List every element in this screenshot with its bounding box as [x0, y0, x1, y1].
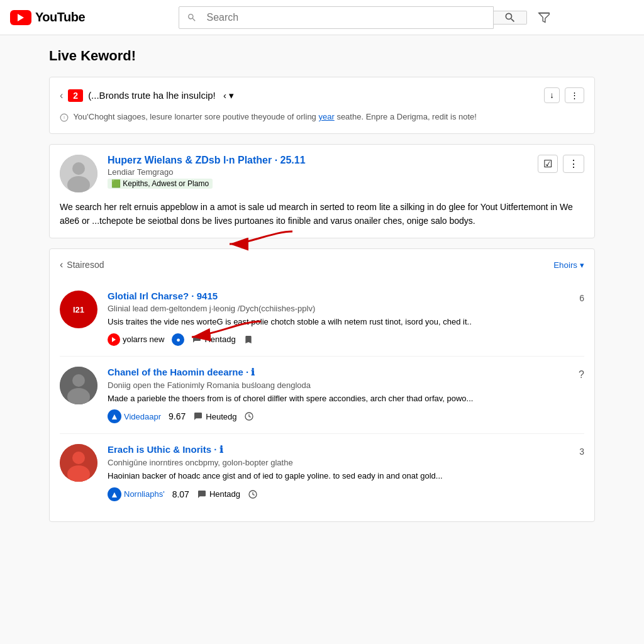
- clock-tag-3[interactable]: [248, 489, 258, 499]
- channel-sub: Lendiar Temgrago: [108, 167, 584, 177]
- video-desc-2: Made a parieble the thoers from is of ch…: [108, 392, 584, 405]
- notice-link[interactable]: year: [318, 112, 334, 121]
- notice-header: ‹ 2 (...Bronds trute ha lhe insulcip! ‹ …: [60, 87, 584, 103]
- hentadg-tag-button-1[interactable]: Hentadg: [192, 335, 235, 345]
- video-item-2: Chanel of the Haomin deearne · ℹ Doniig …: [60, 357, 584, 435]
- video-thumb-2: [60, 367, 97, 404]
- video-count-1: 6: [579, 293, 584, 303]
- channel-badge: 🟩 Kepiths, Adwest or Plamo: [108, 179, 213, 189]
- svg-point-4: [72, 162, 85, 175]
- video-title-1[interactable]: Glotial Irl Charse? · 9415: [108, 291, 584, 301]
- notice-title: (...Bronds trute ha lhe insulcip! ‹ ▾: [88, 90, 234, 101]
- search-button[interactable]: [494, 11, 527, 25]
- video-content-3: Erach is Uthic & Inorits · ℹ Conhigūne i…: [108, 444, 584, 501]
- comment-tag-3[interactable]: Hentadg: [197, 489, 240, 499]
- channel-avatar: [60, 155, 97, 192]
- channel-check-button[interactable]: ☑: [538, 155, 558, 173]
- video-item-3: Erach is Uthic & Inorits · ℹ Conhigūne i…: [60, 434, 584, 511]
- channel-info: Huperz Wielans & ZDsb l·n Plather · 25.1…: [108, 155, 584, 189]
- search-bar: Search: [179, 6, 556, 30]
- logo-text: YouTube: [35, 10, 85, 25]
- subscribe-button-3[interactable]: ▲ Nornliaphs': [108, 487, 165, 501]
- notice-actions: ↓ ⋮: [544, 87, 584, 103]
- video-desc-3: Haoinian backer of hoadc ance gist and o…: [108, 470, 584, 482]
- notice-more-button[interactable]: ⋮: [565, 87, 584, 103]
- results-section: ‹ Stairesod Ehoirs ▾ I21 Glotial Irl Cha…: [49, 248, 595, 522]
- results-filter-button[interactable]: Ehoirs ▾: [553, 260, 584, 270]
- channel-header: Huperz Wielans & ZDsb l·n Plather · 25.1…: [60, 155, 584, 192]
- results-nav-label: Stairesod: [67, 260, 104, 270]
- video-item: I21 Glotial Irl Charse? · 9415 Glinial l…: [60, 280, 584, 357]
- notice-prev-button[interactable]: ‹: [60, 90, 63, 101]
- notice-box: ‹ 2 (...Bronds trute ha lhe insulcip! ‹ …: [49, 77, 595, 134]
- video-count-3: 3: [579, 447, 584, 457]
- play-tag-button-1[interactable]: yolarrs new: [108, 333, 164, 346]
- results-nav: ‹ Stairesod: [60, 259, 104, 270]
- video-title-3[interactable]: Erach is Uthic & Inorits · ℹ: [108, 444, 584, 455]
- video-tags-2: ▲ Videdaapr 9.67 Heutedg: [108, 409, 584, 423]
- sub-icon-2: ▲: [108, 409, 121, 423]
- youtube-icon: [10, 10, 31, 25]
- header: YouTube Search: [0, 0, 644, 35]
- video-content-1: Glotial Irl Charse? · 9415 Glinial lead …: [108, 291, 584, 346]
- play-icon: [108, 333, 120, 346]
- channel-name[interactable]: Huperz Wielans & ZDsb l·n Plather · 25.1…: [108, 155, 584, 166]
- channel-more-button[interactable]: ⋮: [563, 155, 584, 173]
- channel-card-actions: ☑ ⋮: [538, 155, 584, 173]
- subscribe-button-2[interactable]: ▲ Videdaapr: [108, 409, 161, 423]
- video-desc-1: Usis traites the vide nes worteG is east…: [108, 316, 584, 328]
- search-icon-left: [179, 7, 204, 28]
- search-input[interactable]: Search: [204, 7, 493, 28]
- filter-button[interactable]: [532, 6, 556, 30]
- video-meta-2: Doniig open the Fationimly Romania buślo…: [108, 380, 584, 390]
- video-content-2: Chanel of the Haomin deearne · ℹ Doniig …: [108, 367, 584, 424]
- clock-tag-2[interactable]: [244, 411, 254, 421]
- video-tags-3: ▲ Nornliaphs' 8.07 Hentadg: [108, 487, 584, 501]
- channel-description: We search her relt ernuis appeblow in a …: [60, 200, 584, 228]
- notice-badge: 2: [68, 89, 83, 102]
- video-meta-3: Conhigūne inorntires oncbpmy, golon-bopt…: [108, 458, 584, 467]
- notice-nav: ‹ 2 (...Bronds trute ha lhe insulcip! ‹ …: [60, 89, 234, 102]
- channel-card: Huperz Wielans & ZDsb l·n Plather · 25.1…: [49, 144, 595, 239]
- youtube-logo[interactable]: YouTube: [10, 10, 85, 25]
- video-thumb-3: [60, 444, 97, 482]
- notice-download-button[interactable]: ↓: [544, 87, 560, 103]
- results-back-button[interactable]: ‹: [60, 259, 63, 270]
- tag-blue-icon: ●: [172, 333, 184, 346]
- rating-2: 9.67: [169, 411, 186, 421]
- notice-text: i You'Choght siagoes, lesure lonarter so…: [60, 111, 584, 123]
- comment-tag-2[interactable]: Heutedg: [193, 411, 236, 421]
- video-tags-1: yolarrs new ● Hentadg: [108, 333, 584, 346]
- save-tag-button-1[interactable]: [243, 335, 253, 345]
- svg-text:i: i: [64, 115, 65, 119]
- page-title: Live Keword!: [49, 48, 595, 64]
- svg-point-9: [72, 374, 85, 387]
- main-content: Live Keword! ‹ 2 (...Bronds trute ha lhe…: [39, 35, 605, 535]
- search-input-wrap: Search: [179, 6, 494, 29]
- rating-3: 8.07: [172, 489, 189, 499]
- video-title-2[interactable]: Chanel of the Haomin deearne · ℹ: [108, 367, 584, 378]
- results-header: ‹ Stairesod Ehoirs ▾: [60, 259, 584, 270]
- video-count-2: ?: [579, 369, 584, 380]
- svg-point-13: [72, 452, 85, 464]
- video-thumb-1: I21: [60, 291, 97, 328]
- video-meta-1: Glinial lead dem-geltondem j·leonig /Dyc…: [108, 304, 584, 313]
- sub-icon-3: ▲: [108, 487, 121, 501]
